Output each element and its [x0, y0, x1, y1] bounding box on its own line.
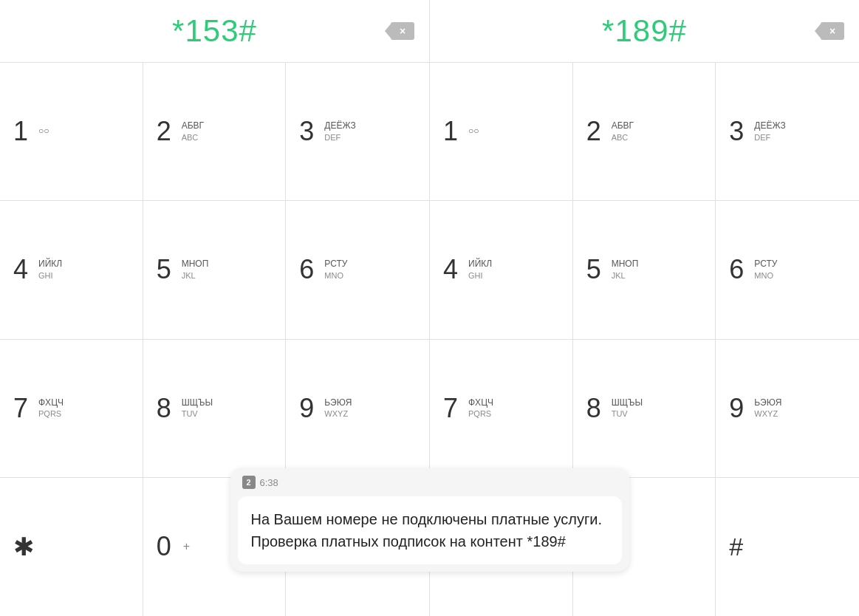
- key-5-left[interactable]: 5 МНОП JKL: [143, 201, 287, 339]
- key-9-right[interactable]: 9 ЬЭЮЯ WXYZ: [716, 340, 859, 478]
- message-text: На Вашем номере не подключены платные ус…: [251, 508, 609, 552]
- key-9-left[interactable]: 9 ЬЭЮЯ WXYZ: [286, 340, 429, 478]
- key-hash-right[interactable]: #: [716, 478, 859, 616]
- left-dial-code: *153#: [172, 13, 257, 49]
- key-2-right[interactable]: 2 АБВГ ABC: [573, 63, 716, 201]
- dialers-row: *153# × *189# ×: [0, 0, 859, 63]
- key-4-right[interactable]: 4 ИЙКЛ GHI: [430, 201, 573, 339]
- message-time: 6:38: [260, 477, 278, 488]
- message-popup: 2 6:38 На Вашем номере не подключены пла…: [230, 468, 629, 572]
- right-dialer-section: *189# ×: [430, 0, 859, 62]
- right-dial-code: *189#: [602, 13, 687, 49]
- key-2-left[interactable]: 2 АБВГ ABC: [143, 63, 287, 201]
- key-6-right[interactable]: 6 РСТУ MNO: [716, 201, 859, 339]
- left-backspace-button[interactable]: ×: [391, 22, 414, 40]
- right-backspace-icon: ×: [821, 22, 844, 40]
- sim-badge: 2: [242, 476, 256, 489]
- key-7-left[interactable]: 7 ФХЦЧ PQRS: [0, 340, 143, 478]
- left-dialer-section: *153# ×: [0, 0, 430, 62]
- message-bubble: На Вашем номере не подключены платные ус…: [238, 496, 622, 564]
- key-3-right[interactable]: 3 ДЕЁЖЗ DEF: [716, 63, 859, 201]
- main-wrapper: 1 ○○ 2 АБВГ ABC 3 ДЕЁЖЗ DEF: [0, 63, 859, 616]
- key-3-left[interactable]: 3 ДЕЁЖЗ DEF: [286, 63, 429, 201]
- key-5-right[interactable]: 5 МНОП JKL: [573, 201, 716, 339]
- right-backspace-button[interactable]: ×: [821, 22, 844, 40]
- key-1-left[interactable]: 1 ○○: [0, 63, 143, 201]
- left-backspace-icon: ×: [391, 22, 414, 40]
- key-8-right[interactable]: 8 ШЩЪЫ TUV: [573, 340, 716, 478]
- key-7-right[interactable]: 7 ФХЦЧ PQRS: [430, 340, 573, 478]
- key-4-left[interactable]: 4 ИЙКЛ GHI: [0, 201, 143, 339]
- message-header: 2 6:38: [230, 468, 629, 493]
- key-8-left[interactable]: 8 ШЩЪЫ TUV: [143, 340, 287, 478]
- key-1-right[interactable]: 1 ○○: [430, 63, 573, 201]
- key-star-left[interactable]: ✱: [0, 478, 143, 616]
- key-6-left[interactable]: 6 РСТУ MNO: [286, 201, 429, 339]
